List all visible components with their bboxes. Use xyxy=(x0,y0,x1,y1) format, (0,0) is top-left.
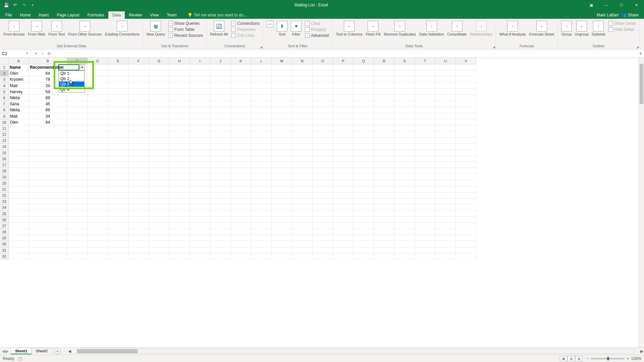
cell-A20[interactable] xyxy=(9,180,29,186)
scroll-thumb[interactable] xyxy=(640,64,643,104)
cell-D9[interactable] xyxy=(88,113,108,119)
cell-V6[interactable] xyxy=(456,95,476,101)
cell-P11[interactable] xyxy=(333,125,354,131)
cell-B27[interactable] xyxy=(29,223,67,229)
cell-S20[interactable] xyxy=(394,180,415,186)
cell-M9[interactable] xyxy=(272,113,292,119)
cell-E23[interactable] xyxy=(108,198,128,204)
dt-btn-1[interactable]: ▫Flash Fill xyxy=(364,19,382,36)
cell-K5[interactable] xyxy=(231,89,251,95)
cell-H28[interactable] xyxy=(169,229,190,235)
cell-A17[interactable] xyxy=(9,162,29,168)
cell-M19[interactable] xyxy=(272,174,292,180)
cell-P14[interactable] xyxy=(333,143,354,149)
cell-P10[interactable] xyxy=(333,119,354,125)
cell-O24[interactable] xyxy=(313,204,333,210)
row-head-4[interactable]: 4 xyxy=(0,83,9,89)
cell-G7[interactable] xyxy=(149,101,169,107)
cell-N6[interactable] xyxy=(292,95,313,101)
refresh-all-button[interactable]: 🔄Refresh All xyxy=(209,19,229,36)
cell-J17[interactable] xyxy=(210,162,231,168)
cell-E14[interactable] xyxy=(108,143,128,149)
cell-T18[interactable] xyxy=(415,168,435,174)
cell-G17[interactable] xyxy=(149,162,169,168)
cell-G16[interactable] xyxy=(149,156,169,162)
cell-H24[interactable] xyxy=(169,204,190,210)
cell-C13[interactable] xyxy=(67,137,88,143)
cell-Q1[interactable] xyxy=(354,64,374,70)
cell-R16[interactable] xyxy=(374,156,394,162)
cell-S1[interactable] xyxy=(394,64,415,70)
cell-V1[interactable] xyxy=(456,64,476,70)
cell-M10[interactable] xyxy=(272,119,292,125)
cell-N17[interactable] xyxy=(292,162,313,168)
cell-R26[interactable] xyxy=(374,217,394,223)
cell-K16[interactable] xyxy=(231,156,251,162)
cell-O12[interactable] xyxy=(313,131,333,137)
cell-C18[interactable] xyxy=(67,168,88,174)
cell-I2[interactable] xyxy=(190,70,210,76)
cell-A24[interactable] xyxy=(9,204,29,210)
cell-S30[interactable] xyxy=(394,241,415,247)
cell-I6[interactable] xyxy=(190,95,210,101)
scroll-left-icon[interactable]: ◀ xyxy=(67,349,72,354)
row-head-24[interactable]: 24 xyxy=(0,204,9,210)
cell-E27[interactable] xyxy=(108,223,128,229)
zoom-out-button[interactable]: − xyxy=(587,356,589,361)
cell-T32[interactable] xyxy=(415,253,435,259)
cell-R21[interactable] xyxy=(374,186,394,192)
cell-A3[interactable]: Krysten xyxy=(9,76,29,82)
cell-U11[interactable] xyxy=(435,125,456,131)
cell-C9[interactable] xyxy=(67,113,88,119)
cell-F29[interactable] xyxy=(128,235,149,241)
cell-T13[interactable] xyxy=(415,137,435,143)
cell-K28[interactable] xyxy=(231,229,251,235)
cell-O30[interactable] xyxy=(313,241,333,247)
dialog-launcher-icon[interactable]: ◢ xyxy=(636,45,639,49)
cell-F9[interactable] xyxy=(128,113,149,119)
cell-L2[interactable] xyxy=(251,70,272,76)
cell-T26[interactable] xyxy=(415,217,435,223)
cell-L15[interactable] xyxy=(251,150,272,156)
cell-I28[interactable] xyxy=(190,229,210,235)
cell-T9[interactable] xyxy=(415,113,435,119)
cell-O11[interactable] xyxy=(313,125,333,131)
col-head-G[interactable]: G xyxy=(149,58,169,64)
cell-M7[interactable] xyxy=(272,101,292,107)
cell-H16[interactable] xyxy=(169,156,190,162)
redo-icon[interactable]: ↷ xyxy=(20,1,28,9)
cell-H23[interactable] xyxy=(169,198,190,204)
tab-nav-next-icon[interactable]: ▶ xyxy=(6,349,9,354)
cell-S22[interactable] xyxy=(394,192,415,198)
cell-C26[interactable] xyxy=(67,217,88,223)
cell-E8[interactable] xyxy=(108,107,128,113)
cell-K15[interactable] xyxy=(231,150,251,156)
cancel-formula-icon[interactable]: ✕ xyxy=(34,51,38,56)
cell-B12[interactable] xyxy=(29,131,67,137)
cell-A19[interactable] xyxy=(9,174,29,180)
cell-M17[interactable] xyxy=(272,162,292,168)
col-head-Q[interactable]: Q xyxy=(354,58,374,64)
cell-T22[interactable] xyxy=(415,192,435,198)
cell-V28[interactable] xyxy=(456,229,476,235)
ol-btn-1[interactable]: ▫Ungroup xyxy=(573,19,590,36)
cell-T24[interactable] xyxy=(415,204,435,210)
cell-I18[interactable] xyxy=(190,168,210,174)
cell-O18[interactable] xyxy=(313,168,333,174)
cell-K26[interactable] xyxy=(231,217,251,223)
cell-S6[interactable] xyxy=(394,95,415,101)
dt-btn-0[interactable]: ▫Text to Columns xyxy=(335,19,364,36)
cell-N8[interactable] xyxy=(292,107,313,113)
cell-C16[interactable] xyxy=(67,156,88,162)
cell-J21[interactable] xyxy=(210,186,231,192)
cell-J29[interactable] xyxy=(210,235,231,241)
cell-Q23[interactable] xyxy=(354,198,374,204)
cell-C28[interactable] xyxy=(67,229,88,235)
row-head-32[interactable]: 32 xyxy=(0,253,9,259)
cell-E16[interactable] xyxy=(108,156,128,162)
account-name[interactable]: Mark LaBarr xyxy=(597,13,619,17)
cell-L7[interactable] xyxy=(251,101,272,107)
cell-E31[interactable] xyxy=(108,247,128,253)
row-head-9[interactable]: 9 xyxy=(0,113,9,119)
cell-N15[interactable] xyxy=(292,150,313,156)
